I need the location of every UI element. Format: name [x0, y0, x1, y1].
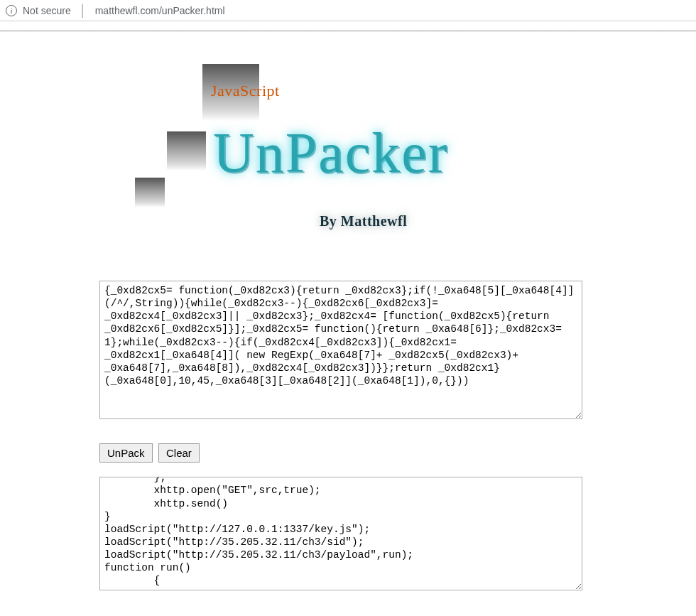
decor-square-3: [135, 178, 165, 207]
top-hr: [0, 30, 696, 32]
decor-square-2: [167, 131, 206, 171]
javascript-label: JavaScript: [211, 82, 280, 100]
address-bar[interactable]: i Not secure │ matthewfl.com/unPacker.ht…: [0, 0, 696, 21]
byline: By Matthewfl: [320, 213, 407, 229]
info-icon: i: [6, 5, 17, 16]
main-content: UnPack Clear: [99, 281, 597, 593]
security-label: Not secure: [23, 5, 71, 16]
unpack-button[interactable]: UnPack: [99, 443, 153, 463]
controls-row: UnPack Clear: [99, 443, 597, 463]
header-banner: JavaScript UnPacker By Matthewfl: [99, 53, 597, 274]
page-url: matthewfl.com/unPacker.html: [95, 5, 225, 16]
page-title: UnPacker: [213, 121, 448, 185]
address-divider: │: [80, 4, 87, 17]
clear-button[interactable]: Clear: [158, 443, 200, 463]
packed-code-input[interactable]: [99, 281, 582, 419]
unpacked-code-output[interactable]: [99, 477, 582, 590]
